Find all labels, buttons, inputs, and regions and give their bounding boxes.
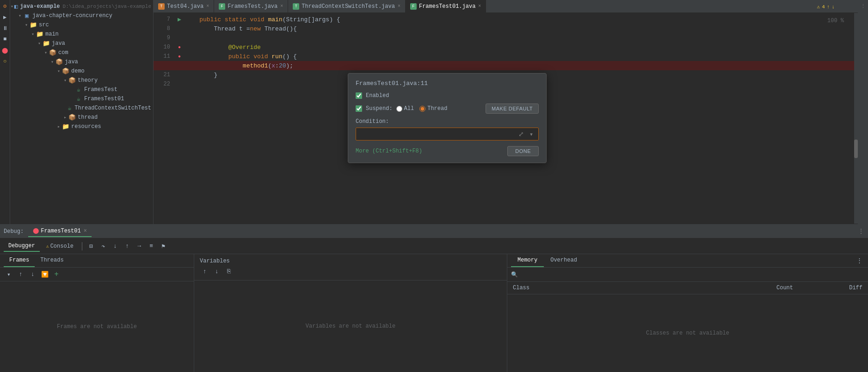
- suspend-checkbox[interactable]: [356, 105, 362, 112]
- tab-framestest[interactable]: F FramesTest.java ×: [214, 0, 288, 13]
- framestest01-class-icon: ☕: [75, 95, 82, 103]
- toolbar-btn-step-over[interactable]: ↷: [98, 241, 108, 251]
- dropdown-condition-btn[interactable]: ▾: [526, 129, 536, 139]
- tree-label-java1: java: [52, 40, 65, 47]
- frames-add-btn[interactable]: +: [52, 270, 61, 279]
- tree-arrow-java-example[interactable]: ▾: [10, 4, 14, 9]
- project-tree-sidebar: ▾ ◧ java-example D:\idea_projects\java-e…: [10, 0, 154, 224]
- radio-thread-input[interactable]: [419, 106, 425, 112]
- tree-item-src[interactable]: ▾ 📁 src: [10, 20, 153, 30]
- tree-item-demo[interactable]: ▾ 📦 demo: [10, 67, 153, 76]
- memory-tab-memory[interactable]: Memory: [511, 254, 544, 267]
- vars-up-btn[interactable]: ↑: [200, 266, 210, 276]
- tab-framestest01[interactable]: F FramesTest01.java ×: [406, 0, 486, 13]
- toolbar-btn-frames[interactable]: ⊟: [86, 241, 96, 251]
- frames-tab-frames[interactable]: Frames: [4, 254, 35, 267]
- tree-item-threadcontext[interactable]: ▸ ☕ ThreadContextSwitchTest: [10, 104, 153, 113]
- tree-arrow-thread[interactable]: ▸: [62, 115, 68, 120]
- scrollbar-thumb[interactable]: [854, 140, 858, 158]
- debug-icon-breakpoint[interactable]: ⬤: [1, 46, 9, 55]
- memory-search-input[interactable]: [520, 269, 612, 280]
- toolbar-btn-breakpoints[interactable]: ⚑: [158, 241, 168, 251]
- radio-all[interactable]: All: [396, 105, 414, 112]
- scrollbar-track[interactable]: [854, 13, 858, 224]
- tree-item-thread[interactable]: ▸ 📦 thread: [10, 113, 153, 122]
- tab-test04[interactable]: T Test04.java ×: [154, 0, 214, 13]
- vars-copy-btn[interactable]: ⎘: [224, 266, 234, 276]
- debug-title: Debug:: [4, 228, 24, 235]
- tree-item-theory[interactable]: ▾ 📦 theory: [10, 76, 153, 85]
- debug-icon-stop[interactable]: ■: [1, 35, 9, 43]
- frames-tab-threads[interactable]: Threads: [35, 254, 69, 267]
- tree-label-java-example: java-example: [20, 3, 60, 10]
- tree-arrow-resources[interactable]: ▸: [55, 124, 62, 129]
- tree-label-theory: theory: [78, 77, 98, 84]
- done-button[interactable]: DONE: [507, 146, 539, 156]
- tree-item-com[interactable]: ▾ 📦 com: [10, 48, 153, 57]
- frames-up-btn[interactable]: ↑: [16, 269, 26, 280]
- tree-label-demo: demo: [71, 68, 85, 74]
- tree-arrow-java2[interactable]: ▾: [49, 59, 55, 65]
- right-icons: ⋮: [858, 0, 868, 224]
- toolbar-btn-evaluate[interactable]: ≡: [146, 241, 156, 251]
- make-default-button[interactable]: MAKE DEFAULT: [486, 104, 539, 114]
- tab-close-test04[interactable]: ×: [206, 4, 209, 9]
- debug-tab-close[interactable]: ×: [84, 228, 87, 234]
- enabled-checkbox[interactable]: [356, 92, 362, 99]
- frames-filter-btn[interactable]: 🔽: [40, 269, 50, 280]
- console-tab[interactable]: ⚠ Console: [42, 241, 78, 251]
- tree-arrow-main[interactable]: ▾: [30, 31, 36, 37]
- tree-label-thread: thread: [78, 114, 98, 121]
- debugger-tab[interactable]: Debugger: [4, 241, 40, 252]
- nav-up-icon[interactable]: ↑: [827, 4, 830, 10]
- tree-arrow-chapter[interactable]: ▾: [17, 13, 23, 18]
- tree-arrow-com[interactable]: ▾: [43, 50, 49, 55]
- frames-panel: Frames Threads ▾ ↑ ↓ 🔽 + Frames are not …: [0, 254, 194, 372]
- tree-item-main[interactable]: ▾ 📁 main: [10, 30, 153, 39]
- radio-all-input[interactable]: [396, 106, 402, 112]
- enabled-row: Enabled: [356, 92, 539, 99]
- tab-close-framestest01[interactable]: ×: [478, 4, 481, 9]
- debug-icon-pause[interactable]: ⏸: [1, 24, 9, 32]
- right-icon-menu[interactable]: ⋮: [859, 2, 867, 10]
- tree-arrow-src[interactable]: ▾: [23, 22, 30, 28]
- expand-condition-btn[interactable]: ⤢: [516, 129, 526, 139]
- frames-down-btn[interactable]: ↓: [28, 269, 38, 280]
- memory-options-btn[interactable]: ⋮: [854, 256, 864, 266]
- frames-dropdown-btn[interactable]: ▾: [4, 269, 14, 280]
- main-container: ⚙ ▶ ⏸ ■ ⬤ ○ ▾ ◧ java-example D:\idea_pro…: [0, 0, 868, 372]
- memory-col-class-header: Class: [513, 285, 724, 291]
- condition-input[interactable]: [358, 131, 516, 137]
- tree-item-chapter[interactable]: ▾ ▣ java-chapter-concurrency: [10, 11, 153, 20]
- toolbar-btn-step-out[interactable]: ↑: [122, 241, 132, 251]
- debug-icon-circle[interactable]: ○: [1, 57, 9, 66]
- warning-badge[interactable]: ⚠ 4 ↑ ↓: [817, 4, 835, 10]
- debug-icon-gear[interactable]: ⚙: [1, 2, 9, 10]
- tree-item-framestest[interactable]: ▸ ☕ FramesTest: [10, 85, 153, 94]
- tree-item-java2[interactable]: ▾ 📦 java: [10, 57, 153, 67]
- tab-close-framestest[interactable]: ×: [280, 4, 283, 9]
- tab-close-threadcontext[interactable]: ×: [398, 4, 400, 9]
- more-link[interactable]: More (Ctrl+Shift+F8): [356, 148, 422, 154]
- tree-item-resources[interactable]: ▸ 📁 resources: [10, 122, 153, 131]
- condition-input-wrap: ⤢ ▾: [356, 128, 539, 140]
- debug-tab-framestest01[interactable]: ⬤ FramesTest01 ×: [28, 226, 92, 237]
- debug-icon-resume[interactable]: ▶: [1, 13, 9, 21]
- tree-item-java-example[interactable]: ▾ ◧ java-example D:\idea_projects\java-e…: [10, 2, 153, 11]
- tree-arrow-demo[interactable]: ▾: [55, 68, 62, 74]
- tab-threadcontext[interactable]: T ThreadContextSwitchTest.java ×: [288, 0, 406, 13]
- tree-arrow-theory[interactable]: ▾: [62, 78, 68, 83]
- debug-menu-button[interactable]: ⋮: [858, 227, 864, 235]
- memory-tab-overhead[interactable]: Overhead: [544, 254, 584, 267]
- tree-item-framestest01[interactable]: ▸ ☕ FramesTest01: [10, 94, 153, 104]
- debug-content: Frames Threads ▾ ↑ ↓ 🔽 + Frames are not …: [0, 254, 868, 372]
- radio-thread[interactable]: Thread: [419, 105, 447, 112]
- toolbar-btn-run-to-cursor[interactable]: →: [134, 241, 144, 251]
- nav-down-icon[interactable]: ↓: [831, 4, 835, 10]
- vars-down-btn[interactable]: ↓: [212, 266, 222, 276]
- toolbar-btn-step-into[interactable]: ↓: [110, 241, 120, 251]
- tab-icon-framestest01: F: [410, 3, 417, 10]
- tree-item-java1[interactable]: ▾ 📁 java: [10, 39, 153, 48]
- variables-header: Variables ↑ ↓ ⎘: [194, 254, 507, 281]
- tree-arrow-java1[interactable]: ▾: [36, 41, 43, 46]
